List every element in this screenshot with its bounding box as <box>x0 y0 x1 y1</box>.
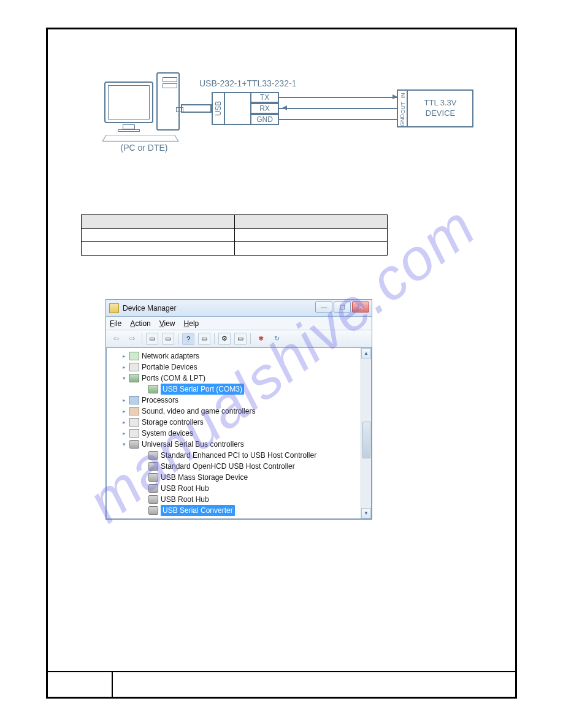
scroll-up-button[interactable]: ▲ <box>361 348 371 358</box>
device-icon <box>129 363 139 371</box>
menu-view[interactable]: View <box>159 319 175 328</box>
toolbar-icon[interactable]: ▭ <box>234 333 247 345</box>
tree-node-sound[interactable]: ▸Sound, video and game controllers <box>110 406 371 417</box>
usb-plug-icon <box>181 104 212 113</box>
table-cell <box>82 229 235 242</box>
collapse-icon[interactable]: ▾ <box>120 441 128 448</box>
port-icon <box>148 385 158 393</box>
tree-node-usb-converter[interactable]: USB Serial Converter <box>110 505 371 516</box>
window-titlebar[interactable]: Device Manager — ☐ ✕ <box>106 300 372 317</box>
tree-node-usb-item[interactable]: Standard OpenHCD USB Host Controller <box>110 461 371 472</box>
pin-tx: TX <box>250 92 279 103</box>
toolbar: ⇦ ⇨ ▭ ▭ ? ▭ ⚙ ▭ ✱ ↻ <box>106 330 372 347</box>
tree-label: Portable Devices <box>142 362 197 373</box>
tree-label: Standard OpenHCD USB Host Controller <box>161 461 295 472</box>
footer-separator <box>112 671 113 699</box>
pc-tower-icon <box>156 72 180 131</box>
scan-icon[interactable]: ⚙ <box>218 333 231 345</box>
menu-help[interactable]: Help <box>184 319 199 328</box>
forward-button[interactable]: ⇨ <box>126 333 138 345</box>
usb-icon <box>148 495 158 504</box>
scroll-thumb[interactable] <box>362 422 370 458</box>
help-icon[interactable]: ? <box>182 333 194 345</box>
tree-node-usb-item[interactable]: Standard Enhanced PCI to USB Host Contro… <box>110 450 371 461</box>
window-title: Device Manager <box>123 304 176 313</box>
toolbar-icon[interactable]: ▭ <box>146 333 158 345</box>
connection-diagram: (PC or DTE) USB-232-1+TTL33-232-1 USB TX… <box>104 72 472 161</box>
tree-label: USB Root Hub <box>161 483 209 494</box>
tree-node-network[interactable]: ▸Network adapters <box>110 351 371 362</box>
usb-icon <box>148 484 158 493</box>
tree-label: Sound, video and game controllers <box>142 406 255 417</box>
wire-rx <box>279 108 397 109</box>
scrollbar[interactable]: ▲ ▼ <box>361 348 371 518</box>
tree-node-portable[interactable]: ▸Portable Devices <box>110 362 371 373</box>
tree-node-usb-item[interactable]: USB Mass Storage Device <box>110 472 371 483</box>
refresh-icon[interactable]: ↻ <box>270 333 283 345</box>
dev-pin-in: IN <box>397 89 408 102</box>
tree-node-processors[interactable]: ▸Processors <box>110 395 371 406</box>
tree-label: Storage controllers <box>142 417 204 428</box>
sound-icon <box>129 407 139 415</box>
minimize-button[interactable]: — <box>315 301 332 313</box>
tree-label: Network adapters <box>142 351 199 362</box>
expand-icon[interactable]: ▸ <box>120 396 128 404</box>
expand-icon[interactable]: ▸ <box>120 363 128 371</box>
tree-node-usb-item[interactable]: USB Root Hub <box>110 483 371 494</box>
back-button[interactable]: ⇦ <box>110 333 122 345</box>
processor-icon <box>129 396 139 404</box>
menu-action[interactable]: Action <box>130 319 150 328</box>
table-cell <box>234 242 388 256</box>
usb-icon <box>148 451 158 460</box>
usb-icon <box>148 462 158 471</box>
expand-icon[interactable]: ▸ <box>120 352 128 360</box>
tree-node-system[interactable]: ▸System devices <box>110 428 371 439</box>
ttl-device-label: TTL 3.3V DEVICE <box>410 98 471 119</box>
maximize-button[interactable]: ☐ <box>334 301 351 313</box>
tree-label-selected: USB Serial Port (COM3) <box>161 384 244 395</box>
tree-label: USB Root Hub <box>161 494 209 505</box>
expand-icon[interactable]: ▸ <box>120 408 128 415</box>
toolbar-icon[interactable]: ▭ <box>198 333 210 345</box>
pc-monitor-icon <box>104 82 153 123</box>
tree-label: Universal Serial Bus controllers <box>142 439 244 450</box>
menu-bar: File Action View Help <box>106 317 372 330</box>
dev-pin-gnd: GND <box>397 114 408 126</box>
pc-keyboard-icon <box>102 135 178 142</box>
device-tree: ▸Network adapters ▸Portable Devices ▾Por… <box>107 348 371 518</box>
tree-node-usb[interactable]: ▾Universal Serial Bus controllers <box>110 439 371 450</box>
dev-pin-out: OUT <box>397 102 408 114</box>
usb-icon <box>129 440 139 449</box>
toolbar-icon[interactable]: ▭ <box>162 333 174 345</box>
tree-node-usb-item[interactable]: USB Root Hub <box>110 494 371 505</box>
app-icon <box>109 303 119 313</box>
menu-file[interactable]: File <box>110 319 121 328</box>
toolbar-separator <box>178 333 178 344</box>
wire-gnd <box>279 119 397 120</box>
uninstall-icon[interactable]: ✱ <box>255 333 267 345</box>
toolbar-separator <box>250 333 251 344</box>
diagram-title: USB-232-1+TTL33-232-1 <box>199 78 296 88</box>
tree-node-serial-port[interactable]: USB Serial Port (COM3) <box>110 384 371 395</box>
table-cell <box>234 229 388 242</box>
tree-label: Ports (COM & LPT) <box>142 373 205 384</box>
expand-icon[interactable]: ▸ <box>120 419 128 426</box>
tree-node-ports[interactable]: ▾Ports (COM & LPT) <box>110 373 371 384</box>
device-manager-window: Device Manager — ☐ ✕ File Action View He… <box>105 299 372 520</box>
tree-label: Processors <box>142 395 178 406</box>
scroll-down-button[interactable]: ▼ <box>361 508 371 518</box>
usb-icon <box>148 473 158 482</box>
tree-panel: ▸Network adapters ▸Portable Devices ▾Por… <box>106 347 372 519</box>
usb-icon <box>148 506 158 515</box>
collapse-icon[interactable]: ▾ <box>120 374 128 382</box>
expand-icon[interactable]: ▸ <box>120 430 128 437</box>
toolbar-separator <box>214 333 215 344</box>
tree-node-storage[interactable]: ▸Storage controllers <box>110 417 371 428</box>
pc-base-icon <box>118 129 140 132</box>
arrow-left-icon <box>282 105 287 110</box>
tree-label-selected: USB Serial Converter <box>161 505 235 516</box>
pc-caption: (PC or DTE) <box>110 143 178 153</box>
wire-tx <box>279 97 397 98</box>
table-header-2 <box>234 215 388 229</box>
close-button[interactable]: ✕ <box>352 301 369 313</box>
